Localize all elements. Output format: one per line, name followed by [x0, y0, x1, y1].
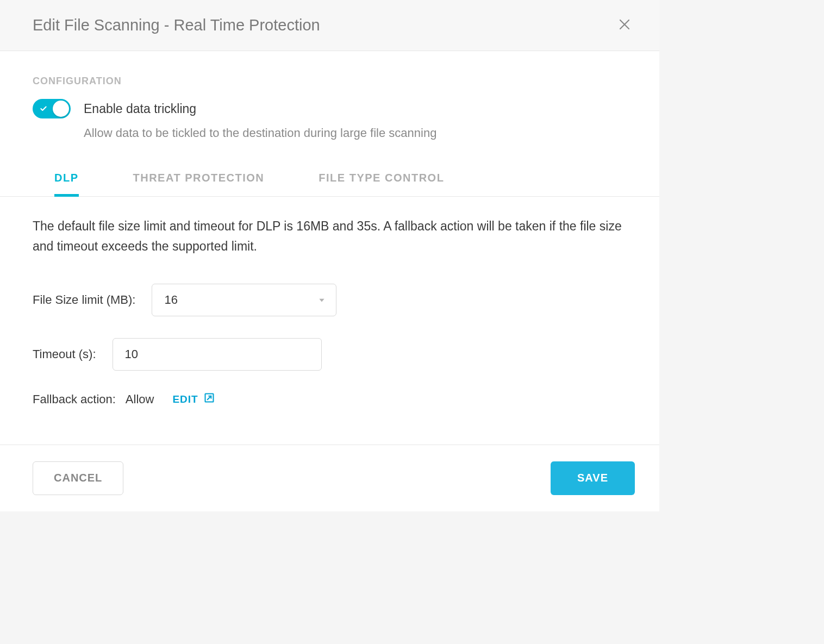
- fallback-label: Fallback action:: [33, 392, 116, 407]
- toggle-knob: [53, 101, 69, 117]
- check-icon: [40, 105, 47, 112]
- modal-header: Edit File Scanning - Real Time Protectio…: [0, 0, 659, 51]
- file-size-row: File Size limit (MB):: [33, 284, 627, 316]
- close-button[interactable]: [617, 18, 632, 33]
- save-button[interactable]: SAVE: [551, 461, 635, 495]
- tabs: DLP THREAT PROTECTION FILE TYPE CONTROL: [0, 162, 659, 197]
- tab-file-type-control[interactable]: FILE TYPE CONTROL: [319, 162, 444, 197]
- enable-trickling-toggle[interactable]: [33, 99, 71, 118]
- modal-title: Edit File Scanning - Real Time Protectio…: [33, 16, 320, 34]
- enable-trickling-description: Allow data to be tickled to the destinat…: [84, 126, 627, 140]
- tab-threat-protection[interactable]: THREAT PROTECTION: [133, 162, 265, 197]
- dlp-tab-content: The default file size limit and timeout …: [33, 197, 627, 445]
- edit-fallback-link[interactable]: EDIT: [172, 392, 214, 406]
- configuration-section-label: CONFIGURATION: [33, 76, 627, 87]
- timeout-label: Timeout (s):: [33, 347, 96, 361]
- fallback-value: Allow: [126, 392, 154, 407]
- close-icon: [618, 18, 631, 33]
- modal-footer: CANCEL SAVE: [0, 445, 659, 511]
- enable-trickling-label: Enable data trickling: [84, 102, 196, 116]
- edit-file-scanning-modal: Edit File Scanning - Real Time Protectio…: [0, 0, 659, 511]
- cancel-button[interactable]: CANCEL: [33, 461, 123, 495]
- file-size-select[interactable]: [152, 284, 336, 316]
- timeout-row: Timeout (s):: [33, 338, 627, 371]
- tab-dlp[interactable]: DLP: [54, 162, 79, 197]
- file-size-label: File Size limit (MB):: [33, 293, 135, 307]
- fallback-row: Fallback action: Allow EDIT: [33, 392, 627, 407]
- modal-body: CONFIGURATION Enable data trickling Allo…: [0, 51, 659, 445]
- edit-link-label: EDIT: [172, 393, 198, 405]
- dlp-description: The default file size limit and timeout …: [33, 216, 627, 257]
- file-size-input[interactable]: [152, 284, 336, 316]
- enable-trickling-row: Enable data trickling: [33, 99, 627, 118]
- timeout-input[interactable]: [113, 338, 322, 371]
- external-link-icon: [198, 392, 215, 406]
